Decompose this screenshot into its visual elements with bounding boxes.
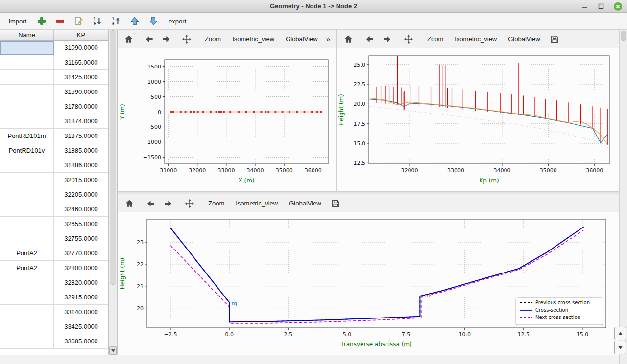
table-row[interactable]: 32015.0000 [0, 173, 108, 187]
cell-kp[interactable]: 33425.0000 [54, 319, 108, 334]
cell-name[interactable] [0, 290, 54, 304]
cell-name[interactable]: PontRD101m [0, 129, 54, 143]
cell-name[interactable] [0, 187, 54, 202]
home-button[interactable] [340, 32, 356, 46]
move-down-button[interactable] [147, 15, 160, 27]
cell-kp[interactable]: 32655.0000 [54, 217, 108, 231]
table-row[interactable]: 33425.0000 [0, 319, 108, 334]
table-row[interactable]: 31590.0000 [0, 85, 108, 99]
cell-kp[interactable]: 33685.0000 [54, 334, 108, 348]
forward-button[interactable] [379, 32, 395, 46]
table-row[interactable]: PontRD101v31885.0000 [0, 143, 108, 158]
save-button[interactable] [328, 196, 343, 211]
cross-section-plot[interactable]: −2.50.02.55.07.510.012.515.020212223rgrd… [118, 212, 619, 355]
move-up-button[interactable] [128, 15, 141, 27]
table-row[interactable]: 32915.0000 [0, 290, 108, 305]
import-button[interactable]: import [6, 16, 29, 27]
table-row[interactable]: 32460.0000 [0, 202, 108, 217]
back-button[interactable] [143, 196, 159, 211]
cell-name[interactable] [0, 85, 54, 99]
table-scroll-down-button[interactable] [109, 346, 117, 355]
table-row[interactable]: 32205.0000 [0, 187, 108, 202]
main-scrollbar[interactable] [619, 30, 627, 364]
home-button[interactable] [121, 32, 136, 46]
close-button[interactable] [613, 2, 622, 11]
cell-name[interactable]: PontRD101v [0, 143, 54, 158]
table-row[interactable]: 33140.0000 [0, 305, 108, 319]
cell-kp[interactable]: 31886.0000 [54, 158, 108, 172]
cell-name[interactable] [0, 158, 54, 172]
cell-name[interactable] [0, 202, 54, 216]
cell-kp[interactable]: 33140.0000 [54, 305, 108, 319]
remove-row-button[interactable] [54, 15, 67, 27]
cell-kp[interactable]: 32205.0000 [54, 187, 108, 202]
add-row-button[interactable] [35, 15, 48, 27]
cell-kp[interactable]: 31875.0000 [54, 129, 108, 143]
table-scrollbar[interactable] [109, 30, 118, 355]
pan-button[interactable] [182, 196, 197, 211]
cell-name[interactable] [0, 305, 54, 319]
plan-view-plot[interactable]: 3100032000330003400035000360001500100050… [118, 48, 336, 191]
table-row[interactable]: PontA232800.0000 [0, 261, 108, 275]
table-row[interactable]: 31780.0000 [0, 99, 108, 114]
cell-name[interactable] [0, 114, 54, 128]
cell-kp[interactable]: 31885.0000 [54, 143, 108, 158]
table-row[interactable]: 32655.0000 [0, 217, 108, 231]
table-row[interactable]: 33685.0000 [0, 334, 108, 349]
pan-button[interactable] [401, 32, 416, 46]
cell-name[interactable] [0, 55, 54, 69]
cell-kp[interactable]: 31425.0000 [54, 70, 108, 84]
isometric-view-button[interactable]: Isometric_view [231, 197, 283, 209]
cell-kp[interactable]: 32755.0000 [54, 231, 108, 246]
table-row[interactable]: 32755.0000 [0, 231, 108, 246]
table-scrollbar-thumb[interactable] [110, 30, 116, 285]
global-view-button[interactable]: GlobalView [284, 197, 326, 209]
cell-name[interactable]: PontA2 [0, 261, 54, 275]
cell-name[interactable] [0, 217, 54, 231]
cell-kp[interactable]: 32800.0000 [54, 261, 108, 275]
titlebar[interactable]: Geometry - Node 1 -> Node 2 [0, 0, 627, 13]
zoom-button[interactable]: Zoom [203, 197, 229, 209]
cell-name[interactable]: PontA2 [0, 246, 54, 260]
main-scrollbar-thumb[interactable] [621, 31, 626, 41]
isometric-view-button[interactable]: Isometric_view [450, 33, 502, 45]
sort-ascending-button[interactable]: 1 9 [110, 15, 122, 27]
table-row[interactable]: 31165.0000 [0, 55, 108, 70]
cell-kp[interactable]: 32915.0000 [54, 290, 108, 304]
column-header-kp[interactable]: KP [54, 30, 108, 40]
cell-kp[interactable]: 32770.0000 [54, 246, 108, 260]
cell-name[interactable] [0, 334, 54, 348]
scroll-up-button[interactable] [614, 327, 626, 340]
forward-button[interactable] [160, 196, 176, 211]
cell-kp[interactable]: 32460.0000 [54, 202, 108, 216]
column-header-name[interactable]: Name [0, 30, 54, 40]
table-row[interactable]: 31425.0000 [0, 70, 108, 85]
cell-name[interactable] [0, 70, 54, 84]
global-view-button[interactable]: GlobalView [281, 33, 323, 45]
cell-kp[interactable]: 31090.0000 [54, 41, 108, 55]
table-row[interactable]: PontRD101m31875.0000 [0, 129, 108, 143]
home-button[interactable] [121, 196, 137, 211]
cell-kp[interactable]: 32820.0000 [54, 275, 108, 290]
minimize-button[interactable] [580, 2, 589, 11]
sort-descending-button[interactable]: 1 9 [91, 15, 104, 27]
table-row[interactable]: 32820.0000 [0, 275, 108, 290]
scroll-down-button[interactable] [614, 341, 626, 354]
cell-kp[interactable]: 32015.0000 [54, 173, 108, 187]
back-button[interactable] [142, 32, 157, 46]
global-view-button[interactable]: GlobalView [503, 33, 545, 45]
cell-kp[interactable]: 31780.0000 [54, 99, 108, 114]
save-button[interactable] [547, 32, 562, 46]
cell-name[interactable] [0, 319, 54, 334]
export-button[interactable]: export [166, 16, 189, 27]
table-row[interactable]: 31090.0000 [0, 41, 108, 55]
cell-name[interactable] [0, 231, 54, 246]
cell-name[interactable] [0, 275, 54, 290]
forward-button[interactable] [159, 32, 173, 46]
back-button[interactable] [362, 32, 378, 46]
zoom-button[interactable]: Zoom [422, 33, 448, 45]
isometric-view-button[interactable]: Isometric_view [227, 33, 279, 45]
cell-name[interactable] [0, 173, 54, 187]
edit-button[interactable] [72, 15, 85, 27]
table-row[interactable]: 31874.0000 [0, 114, 108, 129]
